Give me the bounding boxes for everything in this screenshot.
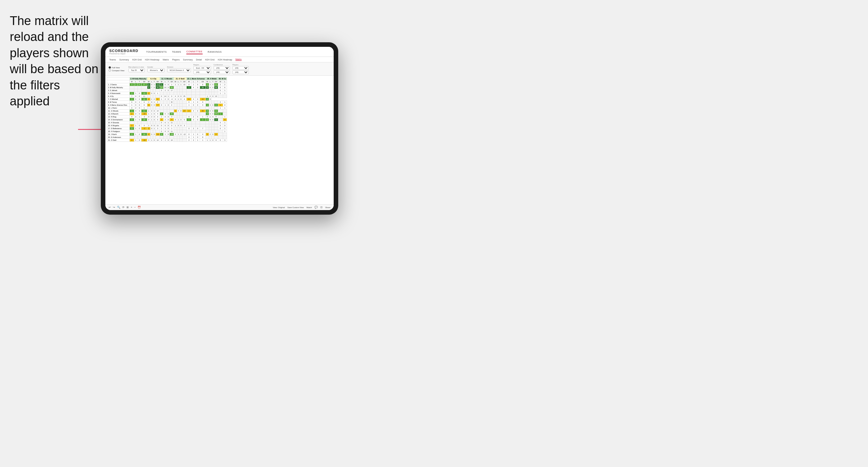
nav-rankings[interactable]: RANKINGS [208, 50, 222, 54]
division-label: Division [167, 66, 191, 68]
grid-icon[interactable]: ⊞ [126, 206, 129, 209]
cell [155, 89, 160, 92]
compact-view-option[interactable]: Compact View [108, 69, 125, 71]
cell [160, 136, 163, 139]
full-view-option[interactable]: Full View [108, 66, 125, 69]
cell [223, 95, 227, 98]
toolbar-right: View: Original Save Custom View Watch 💬 … [273, 206, 331, 209]
sub-w1: W [130, 80, 134, 83]
cell: 0 [147, 86, 150, 89]
subnav-detail[interactable]: Detail [196, 59, 202, 61]
table-row: 8. M Torres 0010 2010 3 0108 01 [107, 101, 227, 104]
cell: 1 [223, 116, 227, 118]
players-select[interactable]: (All) [232, 66, 249, 70]
cell [150, 121, 153, 124]
comment-icon[interactable]: 💬 [314, 206, 318, 209]
sub-t4: T [180, 80, 182, 83]
table-row: 14. S Srichantamit 31018 0105 1204 0105 … [107, 118, 227, 121]
subnav-summary1[interactable]: Summary [119, 59, 129, 61]
cell: 1 [147, 92, 150, 95]
cell: 2 [206, 113, 209, 116]
subnav-players[interactable]: Players [172, 59, 180, 61]
cell: 0 [150, 92, 153, 95]
compact-view-radio[interactable] [108, 69, 111, 71]
cell: 4 [147, 133, 150, 136]
division-select[interactable]: NCAA Division II [167, 68, 191, 72]
cell: -2 [141, 127, 147, 130]
cell: 0 [218, 89, 223, 92]
cell: 1 [177, 83, 180, 86]
clock-icon[interactable]: ⏰ [137, 206, 141, 209]
cell [209, 127, 211, 130]
minus-icon[interactable]: − [134, 206, 136, 209]
nav-teams[interactable]: TEAMS [172, 50, 181, 54]
region-select[interactable]: East - DII [193, 66, 211, 70]
cell [182, 139, 186, 142]
cell [214, 121, 218, 124]
matrix-container[interactable]: 2. M Kelly Mulcahy 6. A Dy 11. G Woods 2… [105, 76, 334, 204]
players-sub-select[interactable]: (All) [232, 70, 249, 74]
cell [180, 116, 182, 118]
cell: 0 [134, 104, 137, 107]
cell: 0 [160, 89, 163, 92]
cell: 40 [155, 86, 160, 89]
cell: 1 [209, 139, 211, 142]
cell: 0 [167, 98, 169, 101]
conference-select[interactable]: (All) [214, 66, 230, 70]
undo-icon[interactable]: ↩ [108, 206, 111, 209]
subnav-h2hheatmap1[interactable]: H2H Heatmap [145, 59, 159, 61]
cell [182, 104, 186, 107]
col-header-5: 23. L Marie Schumac [186, 77, 206, 80]
cell [218, 118, 223, 121]
share-btn[interactable]: Share [325, 207, 331, 209]
cell: 0 [209, 104, 211, 107]
full-view-radio[interactable] [108, 66, 111, 69]
cell: 1 [160, 98, 163, 101]
cell: 1 [137, 116, 141, 118]
cell: 11 [141, 110, 147, 113]
cell: 1 [191, 101, 196, 104]
cell [182, 101, 186, 104]
subnav-matrix1[interactable]: Matrix [163, 59, 169, 61]
cell [180, 104, 182, 107]
cell [209, 101, 211, 104]
cell [200, 92, 206, 95]
cell: 0 [153, 113, 155, 116]
conference-sub-select[interactable]: (All) [214, 70, 230, 74]
plus-icon[interactable]: + [131, 206, 132, 209]
layout-icon[interactable]: ⊡ [320, 206, 322, 209]
nav-committee[interactable]: COMMITTEE [186, 50, 203, 54]
view-original-btn[interactable]: View: Original [273, 207, 285, 209]
max-players-select[interactable]: Top 25 [128, 68, 145, 72]
subnav-summary2[interactable]: Summary [183, 59, 193, 61]
cell: 0 [211, 113, 214, 116]
save-custom-btn[interactable]: Save Custom View [287, 207, 304, 209]
zoom-out-icon[interactable]: 🔍 [117, 206, 120, 209]
table-row: 20. E Andersson 0108 [107, 136, 227, 139]
watch-btn[interactable]: Watch [306, 207, 312, 209]
max-players-label: Max players in view [128, 66, 145, 68]
gender-select[interactable]: Women's [147, 68, 164, 72]
subnav-matrix2[interactable]: Matrix [236, 58, 242, 61]
cell [211, 121, 214, 124]
subnav-h2hheatmap2[interactable]: H2H Heatmap [218, 59, 232, 61]
cell: 25 [214, 113, 218, 116]
cell [153, 121, 155, 124]
subnav-teams[interactable]: Teams [109, 59, 116, 61]
cell: 1 [170, 83, 174, 86]
region-sub-select[interactable]: (All) [193, 70, 211, 74]
cell [209, 124, 211, 127]
cell: 9 [214, 139, 218, 142]
refresh-icon[interactable]: ⟳ [122, 206, 125, 209]
cell [195, 113, 200, 116]
cell: 0 [137, 118, 141, 121]
subnav-h2hgrid1[interactable]: H2H Grid [132, 59, 142, 61]
subnav-h2hgrid2[interactable]: H2H Grid [205, 59, 214, 61]
cell: 0 [218, 86, 223, 89]
player-name: 1. J Garcia [107, 83, 130, 86]
cell: 0 [160, 124, 163, 127]
redo-icon[interactable]: ↪ [113, 206, 115, 209]
cell: 1 [134, 133, 137, 136]
nav-tournaments[interactable]: TOURNAMENTS [146, 50, 166, 54]
cell [209, 92, 211, 95]
